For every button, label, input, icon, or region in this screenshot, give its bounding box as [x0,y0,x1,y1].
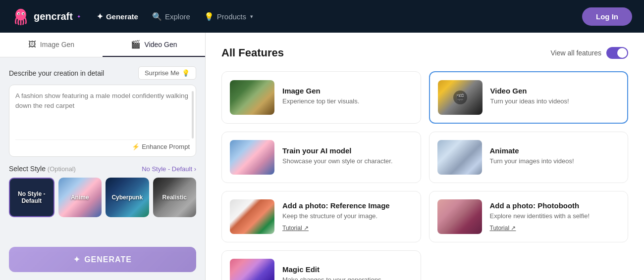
style-card-cyberpunk[interactable]: Cyberpunk [106,178,149,217]
tab-video-gen[interactable]: 🎬 Video Gen [103,33,205,57]
feature-thumb-video-gen: 🎬 [438,80,483,115]
feature-name-image-gen: Image Gen [282,87,359,95]
feature-desc-video-gen: Turn your ideas into videos! [490,97,569,106]
feature-desc-animate: Turn your images into videos! [490,157,574,166]
feature-thumb-photobooth [437,199,482,234]
nav-generate-label: Generate [106,12,138,21]
logo-text: gencraft [34,11,73,22]
panel-body: Describe your creation in detail Surpris… [0,57,205,247]
view-all-label: View all features [551,49,601,57]
generate-icon: ✦ [97,12,103,21]
view-all-toggle[interactable] [606,47,628,59]
feature-name-magic-edit: Magic Edit [282,265,383,274]
feature-card-video-gen[interactable]: 🎬 Video Gen Turn your ideas into videos! [429,71,629,124]
style-realistic-label: Realistic [162,194,187,201]
feature-card-train-ai[interactable]: Train your AI model Showcase your own st… [221,132,421,183]
style-optional: (Optional) [48,165,76,173]
style-anime-label: Anime [71,194,89,201]
feature-name-train-ai: Train your AI model [282,146,393,155]
feature-name-animate: Animate [490,146,574,155]
style-grid: No Style -Default Anime Cyberpunk [9,178,196,217]
login-button[interactable]: Log In [582,7,632,26]
right-panel: All Features View all features Image Gen… [206,33,644,280]
features-title: All Features [221,47,284,59]
generate-section: ✦ GENERATE [0,247,205,280]
feature-thumb-animate [437,140,482,175]
feature-card-photobooth[interactable]: Add a photo: Photobooth Explore new iden… [429,191,629,242]
feature-card-reference-image[interactable]: Add a photo: Reference Image Keep the st… [221,191,421,242]
feature-link-photobooth[interactable]: Tutorial ↗ [490,225,516,232]
feature-card-magic-edit[interactable]: Magic Edit Make changes to your generati… [221,250,421,280]
enhance-row: ⚡ Enhance Prompt [15,140,190,150]
feature-desc-magic-edit: Make changes to your generations. [282,276,383,280]
style-cyberpunk-label: Cyberpunk [111,194,143,201]
left-panel: 🖼 Image Gen 🎬 Video Gen Describe your cr… [0,33,206,280]
tab-video-gen-label: Video Gen [145,41,177,48]
feature-info-magic-edit: Magic Edit Make changes to your generati… [282,265,383,280]
enhance-icon: ⚡ [132,143,140,150]
image-gen-tab-icon: 🖼 [28,40,36,49]
style-default-link[interactable]: No Style - Default › [142,165,196,173]
feature-thumb-reference [230,199,274,234]
prompt-textarea[interactable] [15,91,190,136]
style-no-style-label: No Style -Default [18,190,45,204]
feature-name-reference: Add a photo: Reference Image [282,201,390,210]
scrollbar[interactable] [192,91,194,139]
enhance-prompt-button[interactable]: ⚡ Enhance Prompt [132,143,190,150]
bulb-icon: 💡 [182,69,190,77]
feature-desc-photobooth: Explore new identities with a selfie! [490,212,590,221]
prompt-section: Describe your creation in detail Surpris… [9,66,196,157]
svg-point-3 [18,13,20,15]
camera-icon: 🎬 [453,91,467,104]
nav-item-explore[interactable]: 🔍 Explore [152,12,190,21]
feature-thumb-train-ai [230,140,274,175]
enhance-label: Enhance Prompt [142,143,190,150]
video-gen-overlay: 🎬 [438,80,483,115]
products-icon: 💡 [204,12,214,21]
feature-name-video-gen: Video Gen [490,87,569,95]
generate-icon: ✦ [73,255,80,264]
surprise-label: Surprise Me [145,69,179,77]
feature-name-photobooth: Add a photo: Photobooth [490,201,590,210]
feature-thumb-image-gen [230,80,274,115]
features-header: All Features View all features [221,47,628,59]
nav-explore-label: Explore [165,12,190,21]
style-label: Select Style (Optional) [9,165,76,173]
feature-thumb-magic-edit [230,259,274,280]
logo-icon [12,7,30,25]
navbar: gencraft ✦ ✦ Generate 🔍 Explore 💡 Produc… [0,0,644,33]
style-section: Select Style (Optional) No Style - Defau… [9,165,196,217]
logo[interactable]: gencraft ✦ [12,7,81,25]
style-card-no-style[interactable]: No Style -Default [9,178,54,217]
feature-info-reference: Add a photo: Reference Image Keep the st… [282,201,390,232]
generate-button[interactable]: ✦ GENERATE [9,247,196,272]
nav-products-label: Products [217,12,246,21]
toggle-knob [617,48,627,58]
prompt-label: Describe your creation in detail [9,69,104,77]
feature-info-video-gen: Video Gen Turn your ideas into videos! [490,87,569,108]
logo-superscript: ✦ [77,14,81,19]
feature-info-photobooth: Add a photo: Photobooth Explore new iden… [490,201,590,232]
explore-icon: 🔍 [152,12,162,21]
tab-image-gen[interactable]: 🖼 Image Gen [0,33,103,57]
feature-desc-train-ai: Showcase your own style or character. [282,157,393,166]
prompt-header: Describe your creation in detail Surpris… [9,66,196,80]
style-header: Select Style (Optional) No Style - Defau… [9,165,196,173]
chevron-down-icon: ▾ [250,13,253,20]
svg-point-4 [23,13,24,15]
view-all-row: View all features [551,47,628,59]
style-card-realistic[interactable]: Realistic [153,178,197,217]
feature-card-animate[interactable]: Animate Turn your images into videos! [429,132,629,183]
style-card-anime[interactable]: Anime [58,178,102,217]
surprise-button[interactable]: Surprise Me 💡 [138,66,196,80]
feature-info-train-ai: Train your AI model Showcase your own st… [282,146,393,168]
tabs: 🖼 Image Gen 🎬 Video Gen [0,33,205,57]
nav-item-products[interactable]: 💡 Products ▾ [204,12,253,21]
features-grid: Image Gen Experience top tier visuals. 🎬… [221,71,628,280]
nav-item-generate[interactable]: ✦ Generate [97,12,138,21]
feature-desc-reference: Keep the structure of your image. [282,212,390,221]
prompt-box: ⚡ Enhance Prompt [9,85,196,157]
feature-card-image-gen[interactable]: Image Gen Experience top tier visuals. [221,71,421,124]
feature-link-reference[interactable]: Tutorial ↗ [282,225,309,232]
nav-items: ✦ Generate 🔍 Explore 💡 Products ▾ [97,12,566,21]
